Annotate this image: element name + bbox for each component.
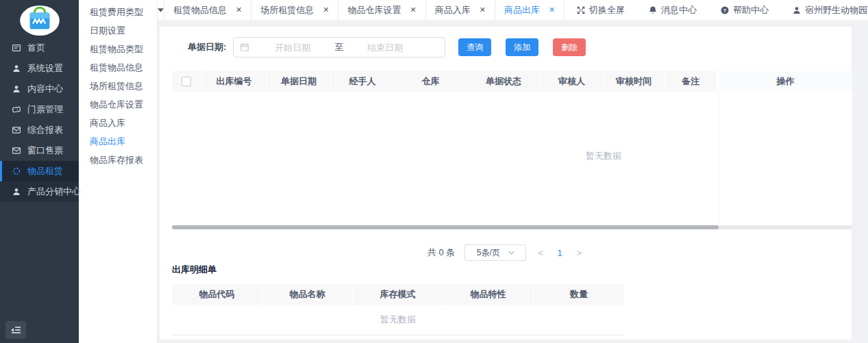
close-tab-icon[interactable]: ✕ xyxy=(236,6,242,14)
sidebar-item-ticket-management[interactable]: 门票管理 xyxy=(0,99,79,120)
user-menu-button[interactable]: 宿州野生动物园商户 xyxy=(780,0,868,20)
column-header: 物品代码 xyxy=(172,284,262,305)
tab-label: 租赁物品信息 xyxy=(173,4,227,16)
submenu-item-rental-item-info[interactable]: 租赁物品信息 xyxy=(79,58,157,77)
date-range-separator: 至 xyxy=(333,41,345,53)
caret-down-icon xyxy=(158,8,164,12)
fullscreen-icon xyxy=(576,5,586,15)
detail-table-body: 暂无数据 xyxy=(172,305,624,335)
fullscreen-toggle-button[interactable]: 切换全屏 xyxy=(565,0,636,20)
user-icon xyxy=(12,187,21,196)
submenu-item-venue-rental-info[interactable]: 场所租赁信息 xyxy=(79,77,157,95)
submenu-item-date-settings[interactable]: 日期设置 xyxy=(79,21,157,40)
delete-button[interactable]: 删除 xyxy=(553,38,586,56)
sidebar-footer xyxy=(5,321,26,339)
secondary-nav: 租赁费用类型日期设置租赁物品类型租赁物品信息场所租赁信息物品仓库设置商品入库商品… xyxy=(79,3,157,169)
sidebar-item-system-settings[interactable]: 系统设置 xyxy=(0,58,79,79)
sidebar-item-label: 门票管理 xyxy=(27,103,63,116)
detail-table-header: 物品代码物品名称库存模式物品特性数量 xyxy=(172,284,624,305)
outbound-table-body: 暂无数据 xyxy=(172,92,852,223)
sidebar-item-product-distribution[interactable]: 产品分销中心 xyxy=(0,181,79,202)
tab-label: 场所租赁信息 xyxy=(260,4,314,16)
add-button[interactable]: 添加 xyxy=(506,38,538,56)
column-header: 仓库 xyxy=(395,71,467,92)
message-center-label: 消息中心 xyxy=(661,4,697,16)
submenu-item-goods-inbound[interactable]: 商品入库 xyxy=(79,114,157,132)
query-button[interactable]: 查询 xyxy=(458,38,491,56)
column-header: 单据状态 xyxy=(467,71,541,92)
submenu-item-item-warehouse-settings[interactable]: 物品仓库设置 xyxy=(79,95,157,114)
page-size-select[interactable]: 5条/页 xyxy=(464,244,526,261)
submenu-item-goods-outbound[interactable]: 商品出库 xyxy=(79,132,157,151)
date-filter-label: 单据日期: xyxy=(188,41,226,53)
sidebar-item-label: 产品分销中心 xyxy=(27,186,81,198)
column-header-actions: 操作 xyxy=(719,71,852,92)
column-header: 库存模式 xyxy=(353,284,443,305)
submenu-item-label: 租赁物品信息 xyxy=(90,62,143,74)
prev-page-button[interactable]: < xyxy=(536,248,545,258)
gear-icon xyxy=(12,166,21,176)
tab-bar: 租赁物品信息✕场所租赁信息✕物品仓库设置✕商品入库✕商品出库✕ 切换全屏 消息中… xyxy=(158,0,868,21)
tab-item-warehouse-settings[interactable]: 物品仓库设置✕ xyxy=(338,0,425,20)
tabs-dropdown-button[interactable] xyxy=(158,0,164,20)
bell-icon xyxy=(648,5,658,15)
sidebar-item-label: 综合报表 xyxy=(27,124,63,136)
main-column: 租赁物品信息✕场所租赁信息✕物品仓库设置✕商品入库✕商品出库✕ 切换全屏 消息中… xyxy=(158,0,868,343)
help-center-label: 帮助中心 xyxy=(733,4,769,16)
next-page-button[interactable]: > xyxy=(574,248,584,258)
mail-icon xyxy=(12,125,21,135)
sidebar-item-home[interactable]: 首页 xyxy=(0,38,79,58)
app-window: 首页系统设置内容中心门票管理综合报表窗口售票物品租赁产品分销中心 租赁费用类型日… xyxy=(0,0,868,343)
submenu-item-label: 日期设置 xyxy=(90,25,125,37)
user-icon xyxy=(792,5,802,15)
dashboard-icon xyxy=(12,43,21,53)
date-range-picker[interactable]: 至 xyxy=(233,37,445,58)
submenu-item-label: 场所租赁信息 xyxy=(90,80,143,92)
page-number-button[interactable]: 1 xyxy=(555,248,565,258)
pagination: 共 0 条 5条/页 < 1 > xyxy=(160,244,852,261)
sidebar-item-content-center[interactable]: 内容中心 xyxy=(0,79,79,99)
horizontal-scrollbar-thumb[interactable] xyxy=(172,225,719,229)
sidebar-item-label: 首页 xyxy=(27,42,45,54)
empty-state-text: 暂无数据 xyxy=(586,150,621,162)
open-tabs: 租赁物品信息✕场所租赁信息✕物品仓库设置✕商品入库✕商品出库✕ xyxy=(164,0,565,20)
column-header: 单据日期 xyxy=(267,71,331,92)
close-tab-icon[interactable]: ✕ xyxy=(410,6,416,14)
close-tab-icon[interactable]: ✕ xyxy=(549,6,555,14)
column-header: 审核时间 xyxy=(604,71,665,92)
empty-state-text: 暂无数据 xyxy=(380,314,416,326)
select-all-checkbox[interactable] xyxy=(182,77,191,86)
wm-shopping-bag-logo-icon xyxy=(17,4,62,37)
secondary-sidebar: 租赁费用类型日期设置租赁物品类型租赁物品信息场所租赁信息物品仓库设置商品入库商品… xyxy=(79,0,158,343)
column-header: 数量 xyxy=(534,284,624,305)
message-center-button[interactable]: 消息中心 xyxy=(636,0,708,20)
sidebar-item-label: 内容中心 xyxy=(27,83,63,95)
tab-goods-inbound[interactable]: 商品入库✕ xyxy=(426,0,495,20)
content-area: 单据日期: 至 查询 添加 删除 xyxy=(158,21,868,343)
sidebar-item-summary-reports[interactable]: 综合报表 xyxy=(0,120,79,140)
tab-venue-rental-info[interactable]: 场所租赁信息✕ xyxy=(251,0,338,20)
detail-table: 物品代码物品名称库存模式物品特性数量 暂无数据 xyxy=(172,284,624,335)
tab-label: 商品出库 xyxy=(504,4,540,16)
submenu-item-item-inventory-report[interactable]: 物品库存报表 xyxy=(79,151,157,169)
close-tab-icon[interactable]: ✕ xyxy=(323,6,329,14)
outbound-table-header: 出库编号单据日期经手人仓库单据状态审核人审核时间备注操作 xyxy=(172,71,852,92)
app-logo[interactable] xyxy=(0,0,79,38)
end-date-input[interactable] xyxy=(345,42,425,53)
horizontal-scrollbar[interactable] xyxy=(172,225,852,229)
submenu-item-rental-item-type[interactable]: 租赁物品类型 xyxy=(79,40,157,58)
column-header: 物品特性 xyxy=(443,284,534,305)
sidebar-item-item-rental[interactable]: 物品租赁 xyxy=(0,161,79,181)
tab-goods-outbound[interactable]: 商品出库✕ xyxy=(495,0,565,20)
select-all-cell xyxy=(172,71,201,92)
sidebar-item-label: 物品租赁 xyxy=(27,165,63,177)
submenu-item-rental-fee-type[interactable]: 租赁费用类型 xyxy=(79,3,157,21)
sidebar-item-window-ticketing[interactable]: 窗口售票 xyxy=(0,140,79,161)
tab-rental-item-info[interactable]: 租赁物品信息✕ xyxy=(164,0,251,20)
mail-icon xyxy=(12,146,21,155)
sidebar-collapse-button[interactable] xyxy=(5,321,26,339)
close-tab-icon[interactable]: ✕ xyxy=(480,6,486,14)
submenu-item-label: 租赁费用类型 xyxy=(90,6,143,18)
help-center-button[interactable]: ? 帮助中心 xyxy=(708,0,780,20)
start-date-input[interactable] xyxy=(252,42,333,53)
